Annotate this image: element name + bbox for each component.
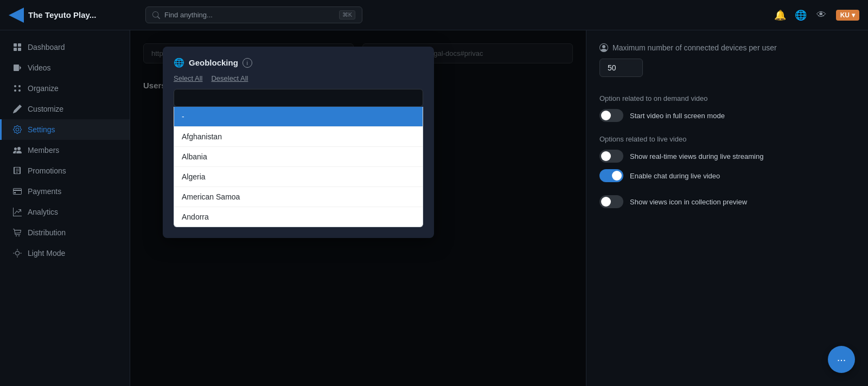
main-layout: Dashboard Videos Organize Customize Sett… <box>0 30 868 386</box>
sidebar-label-analytics: Analytics <box>28 208 58 216</box>
sidebar-item-videos[interactable]: Videos <box>0 57 130 78</box>
sidebar-item-customize[interactable]: Customize <box>0 99 130 119</box>
sidebar-item-settings[interactable]: Settings <box>0 119 130 140</box>
max-devices-label: Maximum number of connected devices per … <box>612 43 777 52</box>
country-item-albania[interactable]: Albania <box>174 147 423 167</box>
country-item-algeria[interactable]: Algeria <box>174 167 423 187</box>
right-panel: Maximum number of connected devices per … <box>586 30 868 386</box>
views-label: Show views icon in collection preview <box>630 198 747 206</box>
device-section: Maximum number of connected devices per … <box>599 43 855 77</box>
chat-label: Enable chat during live video <box>630 172 720 180</box>
sidebar-label-promotions: Promotions <box>28 166 66 175</box>
sidebar-label-dashboard: Dashboard <box>28 43 65 52</box>
settings-icon <box>12 125 22 134</box>
svg-point-9 <box>18 89 21 92</box>
sidebar-item-members[interactable]: Members <box>0 140 130 160</box>
header-right: 🔔 🌐 👁 KU ▾ <box>774 9 859 21</box>
notification-icon[interactable]: 🔔 <box>774 9 786 21</box>
search-icon <box>152 11 160 19</box>
realtime-toggle-knob <box>601 151 611 161</box>
select-all-button[interactable]: Select All <box>174 74 202 82</box>
fullscreen-toggle[interactable] <box>599 109 623 122</box>
search-placeholder: Find anything... <box>164 11 213 19</box>
sidebar-label-settings: Settings <box>28 125 55 134</box>
views-toggle[interactable] <box>599 195 623 208</box>
on-demand-title: Option related to on demand video <box>599 94 855 102</box>
customize-icon <box>12 104 22 114</box>
sidebar-item-organize[interactable]: Organize <box>0 78 130 99</box>
device-icon <box>599 43 608 52</box>
views-row: Show views icon in collection preview <box>599 195 855 208</box>
modal-globe-icon: 🌐 <box>174 57 184 68</box>
light-mode-icon <box>12 248 22 258</box>
brand-name: The Teyuto Play... <box>28 10 96 20</box>
country-item-andorra[interactable]: Andorra <box>174 207 423 227</box>
brand-icon <box>9 8 24 23</box>
deselect-all-button[interactable]: Deselect All <box>211 74 248 82</box>
sidebar-item-promotions[interactable]: Promotions <box>0 160 130 181</box>
views-toggle-knob <box>601 197 611 207</box>
sidebar-item-analytics[interactable]: Analytics <box>0 202 130 222</box>
svg-point-6 <box>14 85 16 87</box>
search-box[interactable]: Find anything... ⌘K <box>145 7 362 23</box>
fullscreen-toggle-knob <box>601 111 611 120</box>
sidebar-item-distribution[interactable]: Distribution <box>0 222 130 243</box>
fullscreen-label: Start video in full screen mode <box>630 112 725 120</box>
max-devices-input[interactable]: 50 <box>599 59 643 77</box>
country-list: - Afghanistan Albania Algeria American S… <box>174 107 423 227</box>
modal-overlay: 🌐 Geoblocking i Select All Deselect All … <box>130 30 586 386</box>
sidebar-label-members: Members <box>28 146 59 155</box>
sidebar-label-customize: Customize <box>28 105 63 113</box>
realtime-toggle[interactable] <box>599 150 623 163</box>
realtime-label: Show real-time views during live streami… <box>630 152 763 160</box>
payments-icon <box>12 186 22 196</box>
geoblocking-modal: 🌐 Geoblocking i Select All Deselect All … <box>163 47 434 238</box>
sidebar-label-light-mode: Light Mode <box>28 249 65 258</box>
svg-point-10 <box>16 235 17 236</box>
members-icon <box>12 145 22 155</box>
organize-icon <box>12 83 22 93</box>
promotions-icon <box>12 166 22 176</box>
eye-icon[interactable]: 👁 <box>815 9 827 21</box>
avatar-chevron: ▾ <box>852 11 855 19</box>
brand: The Teyuto Play... <box>9 8 139 23</box>
svg-rect-2 <box>14 48 17 51</box>
content-area: https://teyuto.com/legal-docs#terms http… <box>130 30 586 386</box>
country-search-input[interactable] <box>174 89 423 107</box>
search-container: Find anything... ⌘K <box>145 7 362 23</box>
country-item-american-samoa[interactable]: American Samoa <box>174 187 423 207</box>
svg-rect-4 <box>14 65 19 71</box>
header: The Teyuto Play... Find anything... ⌘K 🔔… <box>0 0 868 30</box>
modal-info-icon[interactable]: i <box>242 58 252 68</box>
chat-row: Enable chat during live video <box>599 169 855 182</box>
chat-fab-button[interactable]: ··· <box>828 346 855 373</box>
device-label: Maximum number of connected devices per … <box>599 43 855 52</box>
on-demand-section: Option related to on demand video Start … <box>599 94 855 122</box>
svg-point-8 <box>14 89 16 92</box>
globe-icon[interactable]: 🌐 <box>795 9 807 21</box>
modal-title: Geoblocking <box>189 58 238 67</box>
sidebar-label-organize: Organize <box>28 84 59 93</box>
avatar-label: KU <box>840 11 850 19</box>
sidebar-item-light-mode[interactable]: Light Mode <box>0 243 130 263</box>
sidebar-label-distribution: Distribution <box>28 228 66 237</box>
chat-toggle-knob <box>612 171 622 181</box>
avatar-button[interactable]: KU ▾ <box>836 10 859 21</box>
country-item-dash[interactable]: - <box>174 107 423 127</box>
modal-header: 🌐 Geoblocking i <box>174 57 423 68</box>
distribution-icon <box>12 228 22 237</box>
sidebar: Dashboard Videos Organize Customize Sett… <box>0 30 130 386</box>
country-item-afghanistan[interactable]: Afghanistan <box>174 127 423 147</box>
svg-marker-5 <box>20 66 21 70</box>
dashboard-icon <box>12 42 22 52</box>
svg-rect-0 <box>14 43 17 47</box>
analytics-icon <box>12 207 22 217</box>
svg-rect-1 <box>18 43 21 47</box>
sidebar-label-payments: Payments <box>28 187 61 196</box>
modal-actions: Select All Deselect All <box>174 74 423 82</box>
sidebar-item-dashboard[interactable]: Dashboard <box>0 37 130 57</box>
live-options-section: Options related to live video Show real-… <box>599 135 855 182</box>
sidebar-item-payments[interactable]: Payments <box>0 181 130 202</box>
sidebar-label-videos: Videos <box>28 63 51 72</box>
chat-toggle[interactable] <box>599 169 623 182</box>
